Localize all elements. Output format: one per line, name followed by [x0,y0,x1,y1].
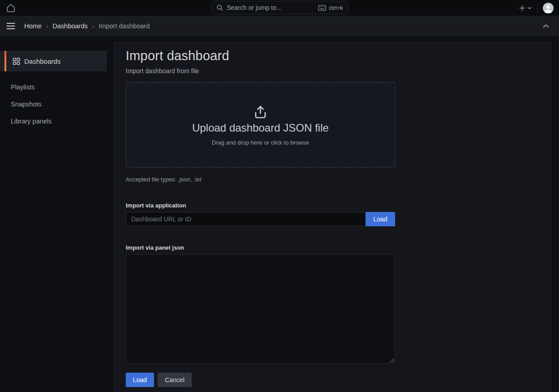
content-panel: Import dashboard Import dashboard from f… [114,42,552,392]
user-avatar[interactable] [543,3,554,13]
breadcrumb-home[interactable]: Home [24,22,42,30]
topbar-divider [537,3,537,13]
search-shortcut: ctrl+k [318,4,343,11]
keyboard-icon [318,5,326,11]
hamburger-icon [6,22,15,30]
search-box[interactable]: ctrl+k [211,1,348,14]
dropzone-hint: Drag and drop here or click to browse [212,139,309,146]
topbar-right [519,3,554,13]
panel-json-area [126,254,395,364]
panel-json-textarea[interactable] [126,254,395,364]
menu-toggle-button[interactable] [6,22,15,30]
sidebar-item-playlists[interactable]: Playlists [0,79,114,96]
load-json-button[interactable]: Load [126,373,154,387]
top-bar: ctrl+k [0,0,559,16]
collapse-section-button[interactable] [543,24,549,28]
sidebar-item-label: Snapshots [11,101,42,108]
sidebar-item-label: Library panels [11,118,52,125]
new-menu-button[interactable] [519,4,532,12]
dropzone-title: Upload dashboard JSON file [192,122,329,134]
sidebar-item-label: Playlists [11,84,35,91]
person-icon [543,3,554,13]
search-shortcut-label: ctrl+k [329,4,343,11]
breadcrumb-separator: › [92,23,94,30]
url-import-row: Load [126,212,395,226]
sidebar-item-label: Dashboards [24,57,61,65]
breadcrumb-current: Import dashboard [99,22,150,30]
sidebar-nav-list: Playlists Snapshots Library panels [0,79,114,130]
breadcrumb: Home › Dashboards › Import dashboard [24,22,150,30]
breadcrumb-bar: Home › Dashboards › Import dashboard [0,16,559,36]
import-via-panel-json-label: Import via panel json [126,244,540,251]
home-icon [5,3,16,13]
apps-grid-icon [13,57,20,65]
plus-icon [519,4,526,12]
accepted-file-types-note: Accepted file types: .json, .txt [126,176,540,183]
upload-dropzone[interactable]: Upload dashboard JSON file Drag and drop… [126,82,395,167]
page-subtitle: Import dashboard from file [126,67,540,75]
section-sidebar: Dashboards Playlists Snapshots Library p… [0,36,114,392]
search-input[interactable] [227,4,315,11]
breadcrumb-dashboards[interactable]: Dashboards [53,22,88,30]
import-via-application-label: Import via application [126,202,540,209]
upload-icon [252,104,268,120]
load-url-button[interactable]: Load [365,212,395,226]
sidebar-item-dashboards[interactable]: Dashboards [0,51,107,71]
page-title: Import dashboard [126,48,540,63]
breadcrumb-separator: › [46,23,48,30]
dashboard-url-input[interactable] [126,212,365,226]
home-logo[interactable] [5,3,16,13]
chevron-down-icon [528,7,532,9]
sidebar-item-snapshots[interactable]: Snapshots [0,96,114,113]
chevron-up-icon [543,24,549,28]
search-icon [216,4,223,11]
sidebar-item-library-panels[interactable]: Library panels [0,113,114,130]
cancel-button[interactable]: Cancel [158,373,192,387]
page-body: Dashboards Playlists Snapshots Library p… [0,36,559,392]
form-actions: Load Cancel [126,373,540,392]
